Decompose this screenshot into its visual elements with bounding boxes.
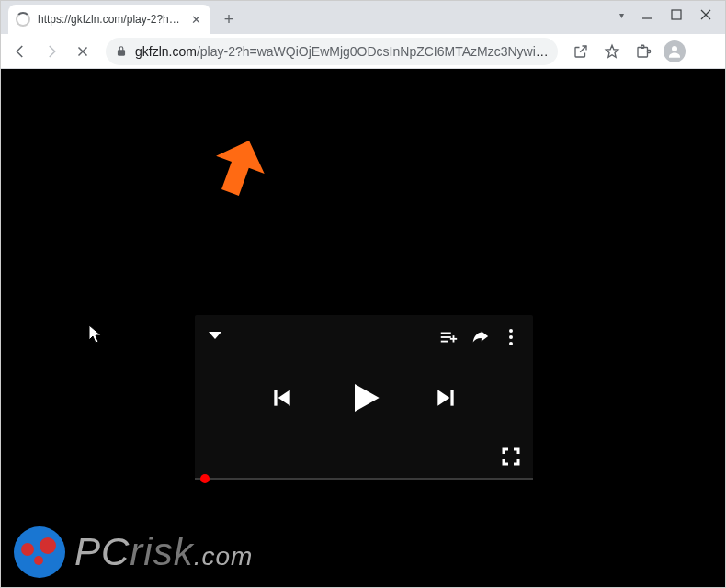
url-text: gkfzln.com/play-2?h=waWQiOjEwMjg0ODcsInN… [135, 44, 549, 59]
minimize-button[interactable] [641, 8, 653, 21]
address-bar[interactable]: gkfzln.com/play-2?h=waWQiOjEwMjg0ODcsInN… [106, 38, 558, 65]
svg-marker-21 [437, 390, 449, 405]
watermark-prefix: PC [74, 530, 130, 573]
window-titlebar: https://gkfzln.com/play-2?h=waW ✕ + ▾ [1, 1, 725, 34]
url-path: /play-2?h=waWQiOjEwMjg0ODcsInNpZCI6MTAzM… [197, 44, 549, 59]
video-player-panel [195, 315, 533, 479]
svg-rect-18 [274, 390, 277, 405]
menu-button[interactable] [692, 38, 720, 65]
profile-avatar[interactable] [661, 38, 688, 65]
svg-point-10 [672, 46, 677, 51]
svg-rect-15 [441, 341, 448, 343]
window-controls: ▾ [619, 1, 725, 28]
url-domain: gkfzln.com [135, 44, 197, 59]
page-content: PCrisk.com [1, 69, 725, 587]
watermark-suffix: risk [130, 530, 193, 573]
bookmark-star-icon[interactable] [598, 38, 626, 65]
more-options-button[interactable] [498, 324, 524, 350]
play-button[interactable] [346, 379, 382, 416]
extensions-icon[interactable] [630, 38, 657, 65]
player-top-bar [204, 324, 524, 350]
chevron-down-icon[interactable]: ▾ [619, 10, 624, 20]
forward-button[interactable] [38, 38, 65, 65]
queue-add-icon[interactable] [436, 324, 461, 350]
svg-rect-14 [441, 336, 451, 338]
share-arrow-icon[interactable] [467, 324, 493, 350]
svg-rect-1 [672, 10, 681, 19]
fullscreen-button[interactable] [500, 446, 524, 469]
progress-bar[interactable] [195, 478, 533, 480]
progress-thumb[interactable] [200, 474, 210, 483]
mouse-cursor-icon [88, 324, 105, 348]
watermark-tld: .com [194, 542, 254, 571]
svg-rect-22 [450, 390, 453, 405]
svg-marker-12 [209, 332, 221, 339]
svg-rect-17 [450, 338, 457, 340]
previous-track-button[interactable] [270, 386, 294, 410]
svg-marker-23 [89, 325, 101, 343]
lock-icon [115, 45, 128, 58]
collapse-button[interactable] [204, 324, 230, 350]
svg-marker-19 [278, 390, 290, 405]
annotation-arrow-icon [210, 139, 266, 207]
player-bottom-bar [500, 446, 524, 469]
watermark: PCrisk.com [14, 526, 253, 578]
svg-marker-6 [606, 45, 618, 57]
new-tab-button[interactable]: + [216, 6, 242, 32]
tab-title: https://gkfzln.com/play-2?h=waW [38, 13, 185, 26]
browser-toolbar: gkfzln.com/play-2?h=waWQiOjEwMjg0ODcsInN… [1, 34, 725, 69]
loading-spinner-icon [16, 12, 30, 27]
player-controls [195, 379, 533, 416]
close-window-button[interactable] [699, 8, 712, 21]
watermark-logo-icon [14, 526, 65, 578]
svg-rect-13 [441, 333, 451, 334]
svg-marker-11 [210, 139, 266, 201]
maximize-button[interactable] [670, 8, 683, 21]
stop-reload-button[interactable] [69, 38, 96, 65]
svg-rect-9 [648, 50, 651, 52]
browser-tab[interactable]: https://gkfzln.com/play-2?h=waW ✕ [8, 5, 210, 34]
close-tab-button[interactable]: ✕ [188, 12, 203, 27]
next-track-button[interactable] [434, 386, 458, 410]
share-icon[interactable] [567, 38, 595, 65]
back-button[interactable] [6, 38, 34, 65]
svg-rect-7 [638, 47, 648, 57]
watermark-text: PCrisk.com [74, 530, 253, 574]
svg-rect-8 [641, 45, 644, 48]
svg-marker-20 [355, 384, 380, 412]
